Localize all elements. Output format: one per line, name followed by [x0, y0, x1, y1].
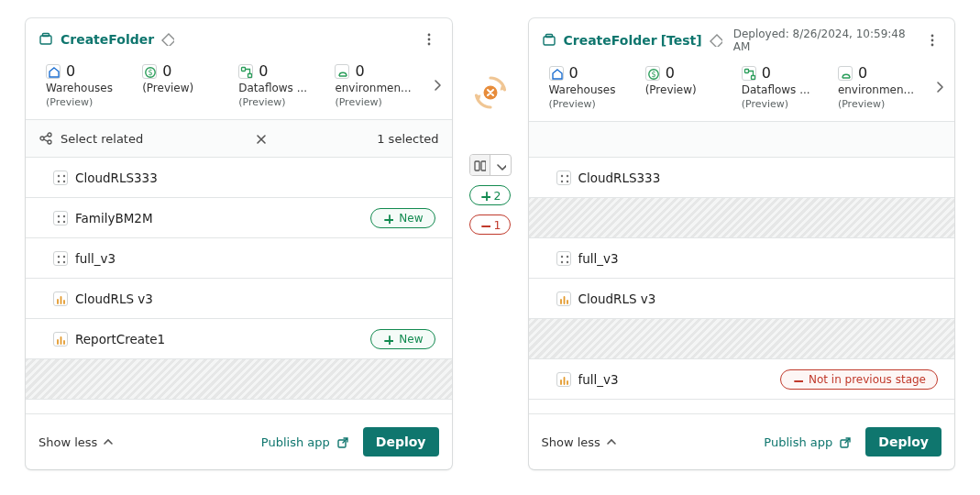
status-badge-missing: Not in previous stage	[780, 369, 938, 390]
item-list: CloudRLS333FamilyBM2MNewfull_v3CloudRLS …	[26, 158, 452, 413]
list-item[interactable]: CloudRLS v3	[26, 279, 452, 319]
item-name: CloudRLS333	[75, 170, 435, 185]
env-icon	[335, 64, 349, 79]
compare-mode-toggle[interactable]	[469, 154, 512, 176]
item-name: FamilyBM2M	[75, 211, 359, 226]
type-stat[interactable]: 0 Warehouses (Preview)	[544, 60, 640, 114]
report-icon	[556, 292, 571, 306]
compare-side-by-side-button[interactable]	[470, 155, 490, 175]
stage-panel-source: CreateFolder 0 Warehouses (Preview) 0 (P…	[26, 18, 452, 469]
warehouse-icon	[46, 64, 61, 79]
list-item[interactable]: CloudRLS333	[529, 158, 955, 198]
report-icon	[53, 332, 68, 346]
list-header-bar	[529, 121, 955, 158]
type-stat[interactable]: 0 Warehouses (Preview)	[40, 59, 137, 112]
select-related-bar: Select related 1 selected	[26, 119, 452, 158]
list-item[interactable]: full_v3Not in previous stage	[529, 359, 955, 400]
show-less-toggle[interactable]: Show less	[542, 435, 617, 449]
env-icon	[838, 66, 853, 81]
type-stat[interactable]: 0 Dataflows ... (Preview)	[736, 60, 832, 114]
type-strip-scroll-right[interactable]	[426, 72, 448, 98]
dataset-icon	[556, 251, 571, 266]
stage-panel-target: CreateFolder [Test] Deployed: 8/26/2024,…	[529, 18, 955, 469]
dataset-icon	[53, 251, 68, 266]
compare-mode-dropdown[interactable]	[490, 155, 511, 175]
type-summary-strip: 0 Warehouses (Preview) 0 (Preview) 0 Dat…	[26, 53, 452, 119]
type-stat[interactable]: 0 environmen... (Preview)	[832, 60, 929, 114]
item-name: full_v3	[578, 372, 769, 387]
list-item[interactable]: full_v3	[26, 238, 452, 279]
missing-item-placeholder	[529, 319, 955, 359]
missing-item-placeholder	[529, 198, 955, 238]
item-name: CloudRLS333	[578, 170, 939, 185]
status-badge-new: New	[370, 208, 435, 228]
sync-status-icon[interactable]	[471, 73, 510, 112]
workspace-icon	[39, 32, 53, 47]
dataflow-icon	[742, 66, 756, 81]
type-stat[interactable]: 0 Dataflows ... (Preview)	[233, 59, 329, 112]
list-item[interactable]: full_v3	[529, 238, 955, 279]
item-name: CloudRLS v3	[578, 292, 939, 306]
list-item[interactable]: CloudRLS333	[26, 158, 452, 198]
item-name: full_v3	[75, 251, 435, 266]
type-stat[interactable]: 0 environmen... (Preview)	[329, 59, 425, 112]
deploy-button[interactable]: Deploy	[363, 427, 439, 456]
type-stat[interactable]: 0 (Preview)	[137, 59, 233, 100]
selection-count: 1 selected	[377, 132, 438, 146]
dataset-icon	[53, 170, 68, 185]
type-strip-scroll-right[interactable]	[929, 74, 951, 100]
diff-added-pill[interactable]: 2	[469, 185, 512, 205]
list-item[interactable]: ReportCreate1New	[26, 319, 452, 359]
panel-title[interactable]: CreateFolder	[61, 32, 154, 47]
item-name: CloudRLS v3	[75, 292, 435, 306]
dataflow-icon	[238, 64, 253, 79]
publish-app-link[interactable]: Publish app	[764, 435, 851, 449]
item-list: CloudRLS333full_v3CloudRLS v3full_v3Not …	[529, 158, 955, 413]
stage-connector: 2 1	[468, 18, 512, 469]
report-icon	[556, 372, 571, 387]
type-stat[interactable]: 0 (Preview)	[640, 60, 736, 102]
warehouse-icon	[549, 66, 564, 81]
clear-selection-button[interactable]	[251, 129, 270, 148]
premium-icon	[161, 33, 174, 46]
panel-more-button[interactable]	[923, 28, 941, 52]
select-related-label[interactable]: Select related	[61, 132, 143, 146]
premium-icon	[710, 34, 722, 47]
deploy-button[interactable]: Deploy	[865, 427, 941, 456]
type-icon	[142, 64, 157, 79]
panel-more-button[interactable]	[419, 28, 439, 51]
missing-item-placeholder	[26, 359, 452, 400]
diff-removed-pill[interactable]: 1	[469, 214, 512, 235]
dataset-icon	[556, 170, 571, 185]
workspace-icon	[542, 33, 556, 48]
panel-title-suffix: [Test]	[661, 33, 702, 48]
last-deployed-label: Deployed: 8/26/2024, 10:59:48 AM	[733, 28, 908, 53]
item-name: ReportCreate1	[75, 332, 359, 346]
show-less-toggle[interactable]: Show less	[39, 435, 114, 449]
dataset-icon	[53, 211, 68, 226]
panel-title[interactable]: CreateFolder	[564, 33, 657, 48]
related-icon	[39, 131, 53, 146]
publish-app-link[interactable]: Publish app	[261, 435, 348, 449]
list-item[interactable]: FamilyBM2MNew	[26, 198, 452, 238]
type-icon	[645, 66, 660, 81]
item-name: full_v3	[578, 251, 939, 266]
status-badge-new: New	[370, 329, 435, 349]
list-item[interactable]: CloudRLS v3	[529, 279, 955, 319]
type-summary-strip: 0 Warehouses (Preview) 0 (Preview) 0 Dat…	[529, 55, 955, 121]
report-icon	[53, 292, 68, 306]
